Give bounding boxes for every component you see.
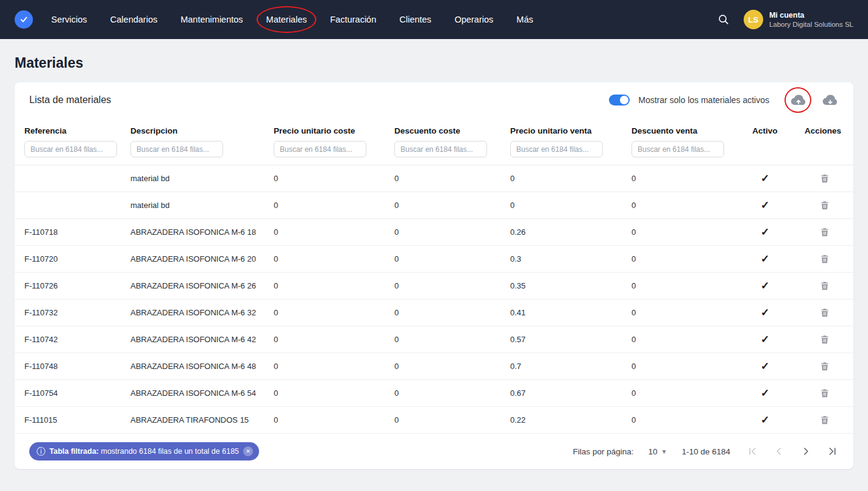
column-filter-input[interactable]	[130, 141, 223, 157]
cell-descuento_venta: 0	[631, 380, 739, 407]
check-icon: ✓	[761, 199, 769, 211]
cell-descuento_coste: 0	[394, 407, 510, 434]
cell-referencia: F-111015	[15, 407, 130, 434]
cell-acciones	[791, 219, 853, 246]
cell-precio_venta: 0.57	[510, 326, 631, 353]
upload-button[interactable]	[786, 90, 809, 110]
delete-row-button[interactable]	[817, 224, 833, 240]
column-header-label: Referencia	[24, 126, 124, 135]
check-icon: ✓	[761, 280, 769, 292]
badge-close-icon[interactable]: ✕	[243, 446, 253, 456]
column-filter-input[interactable]	[274, 141, 366, 157]
cell-precio_coste: 0	[274, 299, 394, 326]
active-only-toggle[interactable]	[609, 95, 630, 106]
cell-descripcion: ABRAZADERA ISOFONICA M-6 42	[130, 326, 274, 353]
delete-row-button[interactable]	[817, 251, 833, 267]
app-logo[interactable]	[15, 10, 33, 29]
column-header-label: Acciones	[791, 126, 841, 135]
trash-icon	[819, 199, 830, 211]
cell-acciones	[791, 299, 853, 326]
cell-precio_coste: 0	[274, 273, 394, 299]
column-header-label: Activo	[739, 126, 791, 135]
cell-descripcion: ABRAZADERA ISOFONICA M-6 54	[130, 380, 274, 407]
delete-row-button[interactable]	[817, 278, 833, 294]
cell-descuento_coste: 0	[394, 192, 510, 219]
check-icon: ✓	[761, 414, 769, 426]
cell-precio_coste: 0	[274, 326, 394, 353]
cell-acciones	[791, 380, 853, 407]
nav-item-mas[interactable]: Más	[515, 10, 534, 29]
delete-row-button[interactable]	[817, 197, 833, 213]
cell-acciones	[791, 246, 853, 273]
cloud-upload-icon	[790, 94, 806, 107]
filter-badge-bold: Tabla filtrada:	[49, 447, 99, 456]
trash-icon	[819, 173, 830, 184]
search-button[interactable]	[717, 13, 730, 26]
column-filter-input[interactable]	[394, 141, 487, 157]
delete-row-button[interactable]	[817, 412, 833, 428]
delete-row-button[interactable]	[817, 304, 833, 321]
cell-descuento_venta: 0	[631, 326, 739, 353]
chevron-down-icon: ▼	[661, 448, 667, 455]
pagination-range: 1-10 de 6184	[681, 447, 730, 456]
table-row: F-110726ABRAZADERA ISOFONICA M-6 26000.3…	[15, 273, 853, 299]
cell-referencia: F-110718	[15, 219, 130, 246]
table-row: F-110754ABRAZADERA ISOFONICA M-6 54000.6…	[15, 380, 853, 407]
cell-precio_venta: 0	[510, 192, 631, 219]
cell-descripcion: ABRAZADERA ISOFONICA M-6 20	[130, 246, 274, 273]
delete-row-button[interactable]	[817, 358, 833, 375]
trash-icon	[819, 414, 830, 426]
table-row: F-111015ABRAZADERA TIRAFONDOS 15000.220✓	[15, 407, 853, 434]
nav-item-servicios[interactable]: Servicios	[50, 10, 88, 29]
cell-descuento_coste: 0	[394, 219, 510, 246]
materials-table: ReferenciaDescripcionPrecio unitario cos…	[15, 118, 853, 434]
nav-item-mantenimientos[interactable]: Mantenimientos	[179, 10, 244, 29]
cell-precio_venta: 0.26	[510, 219, 631, 246]
next-page-button[interactable]	[799, 444, 813, 459]
previous-page-button[interactable]	[772, 444, 786, 459]
cell-acciones	[791, 273, 853, 299]
first-page-icon	[746, 445, 758, 457]
nav-item-clientes[interactable]: Clientes	[398, 10, 432, 29]
first-page-button[interactable]	[745, 444, 760, 459]
column-header-label: Descuento coste	[394, 126, 504, 135]
table-row: material bd0000✓	[15, 192, 853, 219]
check-icon: ✓	[761, 387, 769, 399]
cell-precio_venta: 0	[510, 165, 631, 192]
nav-item-materiales[interactable]: Materiales	[265, 10, 308, 29]
column-filter-input[interactable]	[631, 141, 724, 157]
download-button[interactable]	[818, 90, 841, 110]
nav-item-operarios[interactable]: Operarios	[454, 10, 495, 29]
cell-descuento_coste: 0	[394, 165, 510, 192]
toggle-knob	[620, 96, 628, 104]
check-icon: ✓	[761, 360, 769, 372]
nav-item-facturacion[interactable]: Facturación	[329, 10, 377, 29]
delete-row-button[interactable]	[817, 331, 833, 348]
cell-precio_venta: 0.22	[510, 407, 631, 434]
cell-descuento_venta: 0	[631, 273, 739, 299]
cell-acciones	[791, 326, 853, 353]
delete-row-button[interactable]	[817, 385, 833, 401]
trash-icon	[819, 253, 830, 265]
column-filter-input[interactable]	[24, 141, 117, 157]
last-page-button[interactable]	[825, 444, 840, 459]
cell-descripcion: ABRAZADERA ISOFONICA M-6 32	[130, 299, 274, 326]
cell-referencia: F-110720	[15, 246, 130, 273]
delete-row-button[interactable]	[817, 170, 833, 187]
column-header-label: Precio unitario venta	[510, 126, 625, 135]
nav-item-calendarios[interactable]: Calendarios	[109, 10, 158, 29]
cloud-download-icon	[822, 94, 838, 107]
cell-descuento_coste: 0	[394, 273, 510, 299]
account-menu[interactable]: LS Mi cuenta Labory Digital Solutions SL	[744, 10, 853, 29]
annotation-ellipse-nav	[257, 6, 317, 33]
cell-descuento_venta: 0	[631, 407, 739, 434]
cell-acciones	[791, 192, 853, 219]
column-filter-input[interactable]	[510, 141, 603, 157]
cell-precio_venta: 0.67	[510, 380, 631, 407]
filter-badge-text: mostrando 6184 filas de un total de 6185	[99, 447, 239, 456]
rows-per-page-select[interactable]: 10 ▼	[648, 447, 667, 456]
cell-acciones	[791, 407, 853, 434]
column-header-label: Precio unitario coste	[274, 126, 388, 135]
trash-icon	[819, 334, 830, 345]
cell-descuento_venta: 0	[631, 353, 739, 380]
